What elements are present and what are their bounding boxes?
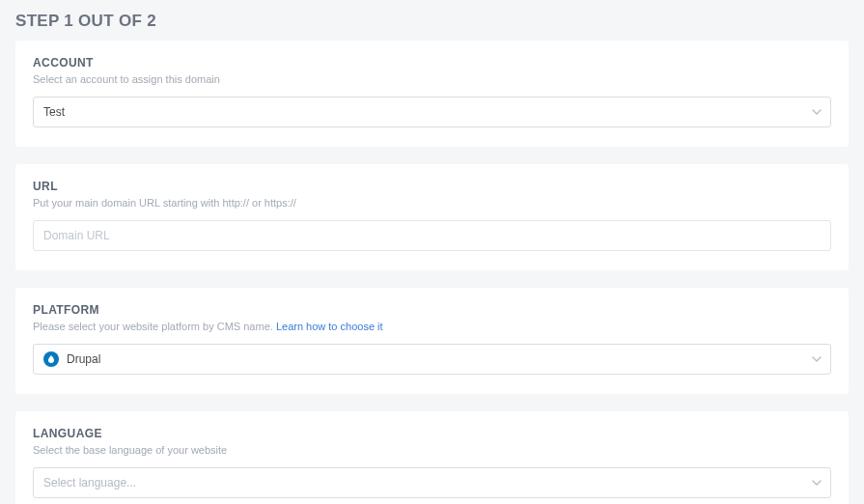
account-help: Select an account to assign this domain	[33, 73, 831, 85]
language-card: LANGUAGE Select the base language of you…	[15, 411, 849, 504]
language-select[interactable]: Select language...	[33, 467, 831, 498]
account-select[interactable]: Test	[33, 97, 831, 127]
platform-card: PLATFORM Please select your website plat…	[15, 288, 849, 394]
url-card: URL Put your main domain URL starting wi…	[15, 164, 849, 270]
drupal-icon	[43, 351, 59, 367]
account-label: ACCOUNT	[33, 56, 831, 70]
platform-label: PLATFORM	[33, 303, 831, 317]
platform-select[interactable]: Drupal	[33, 344, 831, 375]
url-help: Put your main domain URL starting with h…	[33, 197, 831, 209]
platform-help: Please select your website platform by C…	[33, 321, 831, 332]
language-select-placeholder: Select language...	[43, 476, 136, 490]
language-label: LANGUAGE	[33, 427, 831, 440]
platform-help-link[interactable]: Learn how to choose it	[276, 321, 383, 332]
url-label: URL	[33, 180, 831, 193]
account-card: ACCOUNT Select an account to assign this…	[15, 41, 849, 147]
platform-help-text: Please select your website platform by C…	[33, 321, 276, 332]
page-title: STEP 1 OUT OF 2	[0, 0, 864, 41]
platform-select-value: Drupal	[67, 352, 100, 366]
url-input[interactable]	[33, 220, 831, 251]
language-help: Select the base language of your website	[33, 444, 831, 456]
account-select-value: Test	[43, 105, 65, 119]
